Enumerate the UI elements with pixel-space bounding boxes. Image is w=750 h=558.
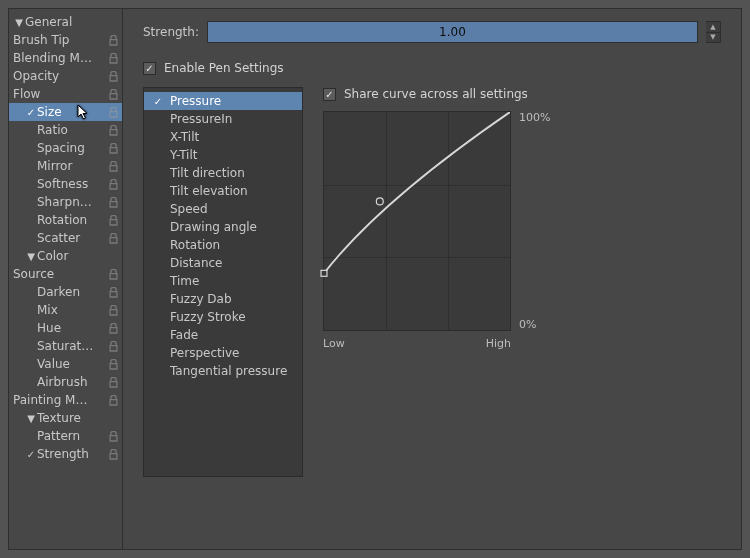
enable-pen-settings-checkbox[interactable]: ✓ Enable Pen Settings <box>143 61 721 75</box>
sidebar-item-value[interactable]: Value <box>9 355 122 373</box>
sidebar-item-label: Blending M… <box>13 51 106 65</box>
sensor-item-tilt-direction[interactable]: Tilt direction <box>144 164 302 182</box>
sensor-label: Tilt direction <box>170 166 245 180</box>
lock-icon <box>106 377 120 388</box>
spinner-up-icon[interactable]: ▲ <box>706 22 720 33</box>
lock-icon <box>106 143 120 154</box>
enable-pen-label: Enable Pen Settings <box>164 61 284 75</box>
strength-slider[interactable]: 1.00 <box>207 21 698 43</box>
checkbox-icon: ✓ <box>143 62 156 75</box>
sidebar-item-strength[interactable]: ✓Strength <box>9 445 122 463</box>
sensor-item-fuzzy-stroke[interactable]: Fuzzy Stroke <box>144 308 302 326</box>
ylabel-top: 100% <box>519 111 550 124</box>
sidebar-item-hue[interactable]: Hue <box>9 319 122 337</box>
sensor-item-tilt-elevation[interactable]: Tilt elevation <box>144 182 302 200</box>
sidebar-item-ratio[interactable]: Ratio <box>9 121 122 139</box>
check-icon: ✓ <box>25 107 37 118</box>
sidebar-item-label: Source <box>13 267 106 281</box>
strength-label: Strength: <box>143 25 199 39</box>
sidebar-item-label: Hue <box>37 321 106 335</box>
sensor-item-fade[interactable]: Fade <box>144 326 302 344</box>
lock-icon <box>106 341 120 352</box>
spinner-down-icon[interactable]: ▼ <box>706 33 720 43</box>
sensor-label: Fuzzy Dab <box>170 292 232 306</box>
sensor-item-distance[interactable]: Distance <box>144 254 302 272</box>
sidebar-item-label: Brush Tip <box>13 33 106 47</box>
sidebar-item-painting-m-[interactable]: Painting M… <box>9 391 122 409</box>
sidebar-item-darken[interactable]: Darken <box>9 283 122 301</box>
sensor-item-time[interactable]: Time <box>144 272 302 290</box>
sidebar-item-mirror[interactable]: Mirror <box>9 157 122 175</box>
sidebar-item-flow[interactable]: Flow <box>9 85 122 103</box>
sensor-item-x-tilt[interactable]: X-Tilt <box>144 128 302 146</box>
sensor-item-tangential-pressure[interactable]: Tangential pressure <box>144 362 302 380</box>
sidebar-item-label: Mix <box>37 303 106 317</box>
sensor-list[interactable]: ✓PressurePressureInX-TiltY-TiltTilt dire… <box>143 87 303 477</box>
lock-icon <box>106 323 120 334</box>
sidebar-item-label: Painting M… <box>13 393 106 407</box>
sidebar-item-softness[interactable]: Softness <box>9 175 122 193</box>
sidebar-item-airbrush[interactable]: Airbrush <box>9 373 122 391</box>
brush-settings-sidebar: ▼GeneralBrush TipBlending M…OpacityFlow✓… <box>9 9 123 549</box>
sidebar-group-general[interactable]: ▼General <box>9 13 122 31</box>
strength-row: Strength: 1.00 ▲ ▼ <box>143 21 721 43</box>
sensor-item-y-tilt[interactable]: Y-Tilt <box>144 146 302 164</box>
sensor-label: Perspective <box>170 346 240 360</box>
curve-editor[interactable] <box>323 111 511 331</box>
sidebar-item-label: Softness <box>37 177 106 191</box>
share-curve-checkbox[interactable]: ✓ Share curve across all settings <box>323 87 550 101</box>
strength-spinner[interactable]: ▲ ▼ <box>706 21 721 43</box>
lock-icon <box>106 215 120 226</box>
sidebar-group-color[interactable]: ▼Color <box>9 247 122 265</box>
sidebar-item-spacing[interactable]: Spacing <box>9 139 122 157</box>
sensor-item-rotation[interactable]: Rotation <box>144 236 302 254</box>
sensor-item-pressure[interactable]: ✓Pressure <box>144 92 302 110</box>
sidebar-group-label: General <box>25 15 120 29</box>
strength-value: 1.00 <box>439 25 466 39</box>
sidebar-item-pattern[interactable]: Pattern <box>9 427 122 445</box>
sensor-item-drawing-angle[interactable]: Drawing angle <box>144 218 302 236</box>
sensor-item-speed[interactable]: Speed <box>144 200 302 218</box>
sidebar-item-label: Scatter <box>37 231 106 245</box>
sidebar-item-label: Value <box>37 357 106 371</box>
sensor-item-perspective[interactable]: Perspective <box>144 344 302 362</box>
sensor-item-fuzzy-dab[interactable]: Fuzzy Dab <box>144 290 302 308</box>
sidebar-group-label: Color <box>37 249 120 263</box>
ylabel-bottom: 0% <box>519 318 550 331</box>
sidebar-item-label: Spacing <box>37 141 106 155</box>
sidebar-item-label: Pattern <box>37 429 106 443</box>
sidebar-item-size[interactable]: ✓Size <box>9 103 122 121</box>
lock-icon <box>106 71 120 82</box>
sidebar-item-source[interactable]: Source <box>9 265 122 283</box>
sensor-label: Distance <box>170 256 222 270</box>
curve-y-labels: 100% 0% <box>519 111 550 331</box>
sidebar-item-rotation[interactable]: Rotation <box>9 211 122 229</box>
xlabel-right: High <box>486 337 511 350</box>
curve-x-labels: Low High <box>323 337 511 350</box>
disclosure-triangle-icon: ▼ <box>13 17 25 28</box>
sidebar-item-mix[interactable]: Mix <box>9 301 122 319</box>
lock-icon <box>106 395 120 406</box>
lock-icon <box>106 89 120 100</box>
sidebar-item-label: Sharpn… <box>37 195 106 209</box>
sidebar-group-texture[interactable]: ▼Texture <box>9 409 122 427</box>
sidebar-item-brush-tip[interactable]: Brush Tip <box>9 31 122 49</box>
lock-icon <box>106 35 120 46</box>
sidebar-item-label: Darken <box>37 285 106 299</box>
sidebar-item-sharpn-[interactable]: Sharpn… <box>9 193 122 211</box>
sidebar-item-label: Opacity <box>13 69 106 83</box>
check-icon: ✓ <box>25 449 37 460</box>
sensor-label: Speed <box>170 202 208 216</box>
sidebar-item-blending-m-[interactable]: Blending M… <box>9 49 122 67</box>
sidebar-item-opacity[interactable]: Opacity <box>9 67 122 85</box>
sidebar-item-scatter[interactable]: Scatter <box>9 229 122 247</box>
sidebar-item-saturat-[interactable]: Saturat… <box>9 337 122 355</box>
share-curve-label: Share curve across all settings <box>344 87 528 101</box>
sensor-label: Tilt elevation <box>170 184 248 198</box>
lock-icon <box>106 179 120 190</box>
sensor-label: Pressure <box>170 94 221 108</box>
sidebar-item-label: Size <box>37 105 106 119</box>
sensor-item-pressurein[interactable]: PressureIn <box>144 110 302 128</box>
sensor-label: X-Tilt <box>170 130 199 144</box>
lock-icon <box>106 431 120 442</box>
